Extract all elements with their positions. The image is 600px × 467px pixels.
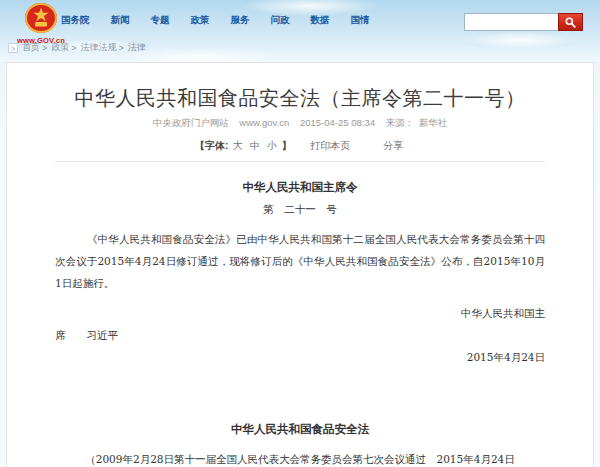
- breadcrumb-item-2[interactable]: 政策: [51, 41, 69, 54]
- share-button[interactable]: 分享: [383, 140, 403, 151]
- meta-datetime: 2015-04-25 08:34: [300, 117, 375, 128]
- nav-item-1[interactable]: 国务院: [61, 14, 90, 27]
- page: www.GOV.cn 国务院新闻专题政策服务问政数据国情 > 首页>政策>法律法…: [0, 0, 600, 467]
- search-button[interactable]: [558, 13, 583, 31]
- print-button[interactable]: 打印本页: [310, 140, 350, 151]
- nav-item-6[interactable]: 问政: [271, 14, 290, 27]
- breadcrumb-separator: >: [119, 43, 124, 53]
- law-note-line-1: （2009年2月28日第十一届全国人民代表大会常务委员会第七次会议通过 2015…: [55, 448, 545, 467]
- main-nav: 国务院新闻专题政策服务问政数据国情: [61, 14, 370, 27]
- font-size-medium-button[interactable]: 中: [250, 140, 260, 151]
- search-bar: [464, 13, 583, 31]
- breadcrumb-separator: >: [71, 43, 76, 53]
- content-panel: 中华人民共和国食品安全法（主席令第二十一号） 中央政府门户网站 www.gov.…: [6, 62, 594, 467]
- font-size-label-close: 】: [281, 140, 291, 151]
- font-size-large-button[interactable]: 大: [233, 140, 243, 151]
- breadcrumb-item-4[interactable]: 法律: [128, 41, 146, 54]
- breadcrumb-item-1[interactable]: 首页: [22, 41, 40, 54]
- page-title: 中华人民共和国食品安全法（主席令第二十一号）: [55, 84, 545, 112]
- signature-line-1: 中华人民共和国主: [55, 302, 545, 324]
- decree-heading: 中华人民共和国主席令: [55, 176, 545, 198]
- nav-item-7[interactable]: 数据: [311, 14, 330, 27]
- meta-source: 新华社: [419, 117, 448, 128]
- font-size-small-button[interactable]: 小: [267, 140, 277, 151]
- meta-site: 中央政府门户网站: [153, 117, 229, 128]
- nav-item-4[interactable]: 政策: [191, 14, 210, 27]
- breadcrumb-items: 首页>政策>法律法规>法律: [22, 41, 146, 54]
- signature-line-2: 席 习近平: [55, 324, 545, 346]
- meta-url: www.gov.cn: [239, 117, 289, 128]
- search-input[interactable]: [464, 13, 558, 31]
- breadcrumb-separator: >: [42, 43, 47, 53]
- breadcrumb: > 首页>政策>法律法规>法律: [8, 41, 146, 54]
- site-header: www.GOV.cn 国务院新闻专题政策服务问政数据国情 > 首页>政策>法律法…: [0, 0, 600, 62]
- nav-item-8[interactable]: 国情: [351, 14, 370, 27]
- decree-number: 第 二十一 号: [55, 198, 545, 220]
- law-title: 中华人民共和国食品安全法: [55, 418, 545, 440]
- font-size-label: 【字体:: [195, 140, 228, 151]
- divider: [55, 161, 545, 162]
- national-emblem-icon: [21, 2, 61, 36]
- breadcrumb-icon: >: [8, 43, 18, 53]
- nav-item-2[interactable]: 新闻: [111, 14, 130, 27]
- document-body: 中华人民共和国主席令 第 二十一 号 《中华人民共和国食品安全法》已由中华人民共…: [55, 176, 545, 467]
- search-icon: [565, 17, 576, 28]
- decree-paragraph: 《中华人民共和国食品安全法》已由中华人民共和国第十二届全国人民代表大会常务委员会…: [55, 228, 545, 294]
- nav-item-3[interactable]: 专题: [151, 14, 170, 27]
- meta-source-label: 来源：: [386, 117, 415, 128]
- breadcrumb-item-3[interactable]: 法律法规: [81, 41, 117, 54]
- article-meta: 中央政府门户网站 www.gov.cn 2015-04-25 08:34 来源：…: [55, 117, 545, 130]
- nav-item-5[interactable]: 服务: [231, 14, 250, 27]
- decree-date: 2015年4月24日: [55, 346, 545, 368]
- article-toolbar: 【字体: 大 中 小 】 打印本页 分享: [55, 139, 545, 153]
